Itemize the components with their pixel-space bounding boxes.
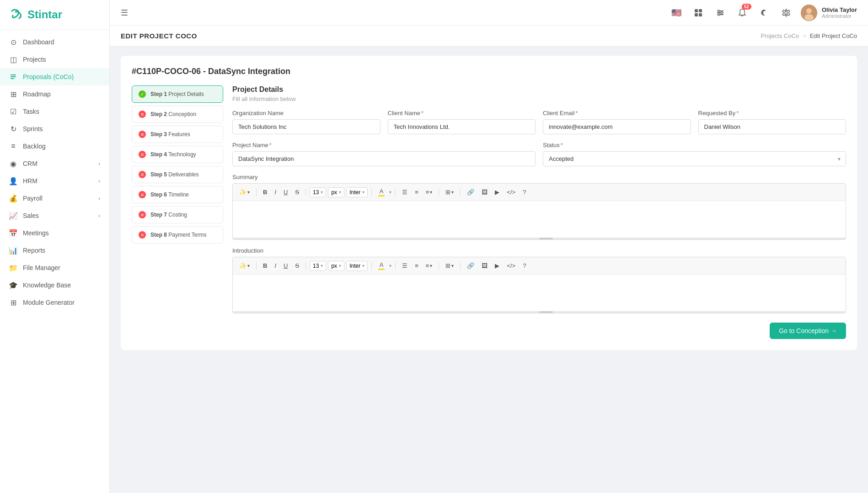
step-6-label: Step 6 Timeline — [150, 191, 189, 198]
link-button[interactable]: 🔗 — [464, 187, 477, 197]
status-select[interactable]: Accepted Pending Rejected In Progress — [543, 151, 846, 166]
introduction-editor-content[interactable] — [233, 275, 846, 311]
dashboard-icon: ⊙ — [9, 38, 17, 46]
step-2-item[interactable]: ✕ Step 2 Conception — [132, 106, 223, 123]
form-row-1: Organization Name Client Name* Client Em… — [232, 110, 846, 134]
apps-icon[interactable] — [691, 5, 706, 20]
knowledge-base-icon: 🎓 — [9, 281, 17, 289]
sidebar-item-backlog[interactable]: ≡ Backlog — [0, 138, 109, 155]
dark-mode-icon[interactable] — [757, 5, 772, 20]
font-unit-dropdown[interactable]: px ▾ — [328, 187, 344, 197]
ordered-list-button-2[interactable]: ≡ — [412, 261, 421, 270]
video-button[interactable]: ▶ — [492, 187, 502, 197]
sidebar-item-projects[interactable]: ◫ Projects — [0, 51, 109, 68]
project-name-group: Project Name* — [232, 142, 536, 166]
sidebar-item-knowledge-base[interactable]: 🎓 Knowledge Base — [0, 276, 109, 294]
code-button[interactable]: </> — [504, 187, 518, 197]
topbar: ☰ 🇺🇸 — [110, 0, 868, 26]
step-8-item[interactable]: ✕ Step 8 Payment Terms — [132, 226, 223, 244]
sidebar-item-crm[interactable]: ◉ CRM › — [0, 155, 109, 172]
sidebar-item-sprints[interactable]: ↻ Sprints — [0, 120, 109, 138]
user-profile[interactable]: Olivia Taylor Administrator — [801, 5, 857, 21]
svg-rect-4 — [699, 9, 702, 12]
sidebar-item-file-manager[interactable]: 📁 File Manager — [0, 259, 109, 276]
table-button-2[interactable]: ⊞ ▾ — [443, 261, 456, 270]
magic-toolbar-btn[interactable]: ✨ ▾ — [236, 187, 252, 197]
image-button[interactable]: 🖼 — [479, 187, 490, 197]
underline-button[interactable]: U — [281, 187, 290, 197]
font-size-dropdown[interactable]: 13 ▾ — [310, 187, 326, 197]
strikethrough-button[interactable]: S — [292, 187, 302, 197]
font-family-dropdown-2[interactable]: Inter ▾ — [346, 261, 368, 271]
step-3-item[interactable]: ✕ Step 3 Features — [132, 126, 223, 143]
sidebar-item-roadmap[interactable]: ⊞ Roadmap — [0, 85, 109, 103]
align-button-2[interactable]: ≡ ▾ — [423, 261, 435, 270]
ordered-list-button[interactable]: ≡ — [412, 187, 421, 197]
summary-editor-content[interactable] — [233, 201, 846, 238]
font-family-dropdown[interactable]: Inter ▾ — [346, 187, 368, 197]
sales-icon: 📈 — [9, 212, 17, 220]
step-4-item[interactable]: ✕ Step 4 Technology — [132, 146, 223, 163]
magic-toolbar-btn-2[interactable]: ✨ ▾ — [236, 261, 252, 270]
step-5-item[interactable]: ✕ Step 5 Deliverables — [132, 166, 223, 183]
help-button-2[interactable]: ? — [520, 261, 529, 270]
sidebar-item-sales[interactable]: 📈 Sales › — [0, 207, 109, 224]
strikethrough-button-2[interactable]: S — [292, 261, 302, 270]
sidebar-item-label: Meetings — [23, 229, 100, 237]
svg-point-16 — [804, 14, 814, 21]
sidebar-item-meetings[interactable]: 📅 Meetings — [0, 224, 109, 242]
unordered-list-button[interactable]: ☰ — [399, 187, 410, 197]
sidebar: Stintar ⊙ Dashboard ◫ Projects Proposals… — [0, 0, 110, 493]
italic-button[interactable]: I — [272, 187, 279, 197]
meetings-icon: 📅 — [9, 229, 17, 237]
introduction-scrollbar[interactable] — [233, 311, 846, 313]
help-button[interactable]: ? — [520, 187, 529, 197]
sidebar-item-reports[interactable]: 📊 Reports — [0, 242, 109, 259]
settings-adjust-icon[interactable] — [713, 5, 728, 20]
flag-icon[interactable]: 🇺🇸 — [669, 5, 684, 20]
form-section-title: Project Details — [232, 85, 846, 94]
requested-by-input[interactable] — [698, 119, 847, 134]
sidebar-item-hrm[interactable]: 👤 HRM › — [0, 172, 109, 190]
step-1-item[interactable]: ✓ Step 1 Project Details — [132, 85, 223, 103]
project-name-input[interactable] — [232, 151, 536, 166]
content-area: #C110P-COCO-06 - DataSync Integration ✓ … — [110, 47, 868, 493]
notification-bell-icon[interactable]: 52 — [735, 5, 750, 20]
gear-icon[interactable] — [779, 5, 793, 20]
step-5-status-dot: ✕ — [139, 171, 146, 178]
image-button-2[interactable]: 🖼 — [479, 261, 490, 270]
bold-button[interactable]: B — [260, 187, 270, 197]
sidebar-item-tasks[interactable]: ☑ Tasks — [0, 103, 109, 120]
sidebar-item-payroll[interactable]: 💰 Payroll › — [0, 190, 109, 207]
sidebar-item-module-generator[interactable]: ⊞ Module Generator — [0, 294, 109, 311]
sidebar-item-proposals[interactable]: Proposals (CoCo) — [0, 68, 109, 85]
video-button-2[interactable]: ▶ — [492, 261, 502, 270]
step-7-status-dot: ✕ — [139, 211, 146, 218]
summary-label: Summary — [232, 174, 846, 180]
introduction-toolbar: ✨ ▾ B I U S 13 ▾ — [233, 257, 846, 275]
underline-button-2[interactable]: U — [281, 261, 290, 270]
bold-button-2[interactable]: B — [260, 261, 270, 270]
font-color-button-2[interactable]: A — [375, 260, 387, 271]
code-button-2[interactable]: </> — [504, 261, 518, 270]
step-7-item[interactable]: ✕ Step 7 Costing — [132, 206, 223, 223]
sidebar-item-dashboard[interactable]: ⊙ Dashboard — [0, 33, 109, 51]
unordered-list-button-2[interactable]: ☰ — [399, 261, 410, 270]
organization-name-input[interactable] — [232, 119, 380, 134]
align-button[interactable]: ≡ ▾ — [423, 187, 435, 197]
step-6-item[interactable]: ✕ Step 6 Timeline — [132, 186, 223, 203]
table-button[interactable]: ⊞ ▾ — [443, 187, 456, 197]
steps-sidebar: ✓ Step 1 Project Details ✕ Step 2 Concep… — [132, 85, 223, 339]
client-email-input[interactable] — [543, 119, 691, 134]
sidebar-item-label: Sales — [23, 212, 93, 219]
breadcrumb-parent[interactable]: Projects CoCo — [761, 32, 799, 39]
italic-button-2[interactable]: I — [272, 261, 279, 270]
client-name-input[interactable] — [388, 119, 536, 134]
font-color-button[interactable]: A — [375, 186, 387, 198]
menu-toggle-icon[interactable]: ☰ — [121, 8, 128, 18]
font-size-dropdown-2[interactable]: 13 ▾ — [310, 261, 326, 271]
go-to-conception-button[interactable]: Go to Conception → — [770, 323, 846, 339]
font-unit-dropdown-2[interactable]: px ▾ — [328, 261, 344, 271]
link-button-2[interactable]: 🔗 — [464, 261, 477, 270]
summary-scrollbar[interactable] — [233, 238, 846, 239]
